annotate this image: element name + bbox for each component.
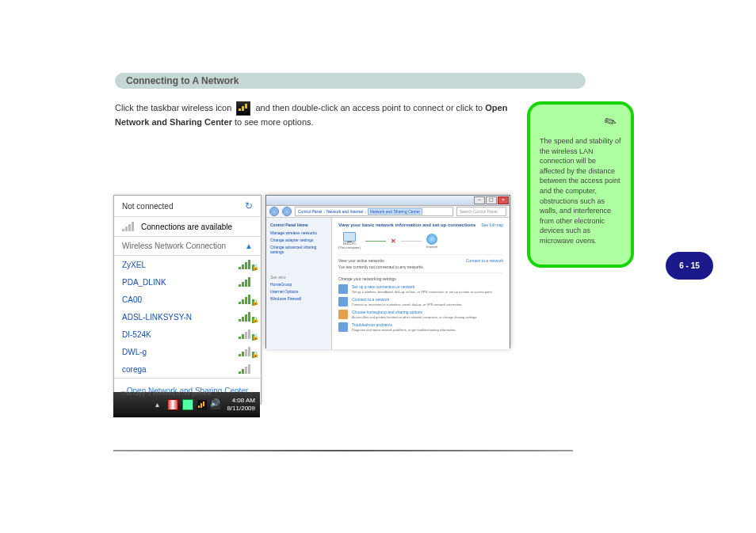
tray-overflow-icon[interactable]: ▴	[155, 400, 163, 409]
network-name: CA00	[122, 295, 142, 304]
network-name: corega	[122, 365, 147, 374]
task-desc: Diagnose and repair network problems, or…	[352, 328, 456, 332]
intro-t3: to see more options.	[235, 117, 314, 127]
network-item-CA00[interactable]: CA00🔒	[114, 291, 261, 308]
task-icon	[338, 310, 348, 319]
intro-t1: Click the taskbar wireless icon	[115, 103, 234, 112]
sidebar-link-1[interactable]: Change adapter settings	[270, 238, 327, 242]
network-map: B101-PC (This computer) ✕ Internet	[338, 232, 503, 249]
pen-icon: ✎	[601, 111, 621, 134]
breadcrumb[interactable]: Control Panel› Network and Internet› Net…	[295, 207, 453, 216]
clock-time: 4:08 AM	[227, 397, 255, 405]
page-number-badge: 6 - 15	[666, 252, 713, 280]
close-button[interactable]: ×	[498, 196, 509, 204]
crumb-0[interactable]: Control Panel	[298, 209, 322, 214]
signal-strength-icon: 🔒	[239, 329, 253, 339]
wireless-section-title: Wireless Network Connection	[122, 242, 226, 250]
task-title-link[interactable]: Connect to a network	[352, 297, 462, 302]
window-main: View your basic network information and …	[332, 218, 510, 349]
network-item-ADSL-LINKSYSY-N[interactable]: ADSL-LINKSYSY-N🔒	[114, 308, 261, 326]
wireless-tray-icon	[236, 101, 250, 116]
network-flyout: Not connected ↻ Connections are availabl…	[113, 195, 262, 404]
taskbar: This copy of Windows is not genuine ▴ 4:…	[113, 392, 260, 417]
task-desc: Connect or reconnect to a wireless, wire…	[352, 303, 462, 306]
sidebar-header: Control Panel Home	[270, 223, 327, 227]
sidebar-link-0[interactable]: Manage wireless networks	[270, 230, 327, 235]
watermark-text: This copy of Windows is not genuine	[121, 390, 212, 396]
intro-t2: and then double-click an access point to…	[255, 103, 485, 112]
seealso-link-1[interactable]: Internet Options	[270, 289, 327, 294]
section-header: Connecting to A Network	[115, 73, 586, 89]
connections-available-label: Connections are available	[141, 223, 232, 231]
refresh-icon[interactable]: ↻	[245, 200, 253, 211]
globe-icon	[426, 234, 437, 245]
network-name: ADSL-LINKSYSY-N	[122, 313, 192, 322]
not-connected-label: Not connected	[122, 202, 174, 211]
nav-back-button[interactable]: ‹	[269, 207, 279, 216]
see-full-map-link[interactable]: See full map	[481, 223, 503, 227]
task-title-link[interactable]: Troubleshoot problems	[352, 322, 456, 327]
network-item-ZyXEL[interactable]: ZyXEL🔒	[114, 256, 261, 273]
seealso-link-2[interactable]: Windows Firewall	[270, 296, 327, 301]
note-text: The speed and stability of the wireless …	[540, 136, 623, 246]
active-net-header: View your active networks	[338, 258, 424, 263]
collapse-icon[interactable]: ▲	[245, 242, 253, 250]
see-also-label: See also	[270, 275, 327, 280]
map-line	[365, 241, 386, 242]
sidebar-link-2[interactable]: Change advanced sharing settings	[270, 245, 327, 254]
network-name: ZyXEL	[122, 261, 146, 269]
network-item-DI-524K[interactable]: DI-524K🔒	[114, 326, 261, 343]
task-item: Choose homegroup and sharing optionsAcce…	[338, 310, 503, 319]
action-center-icon[interactable]	[167, 399, 178, 410]
signal-strength-icon: 🔒	[239, 312, 253, 322]
signal-strength-icon: 🔒	[239, 347, 253, 356]
taskbar-clock[interactable]: 4:08 AM 8/11/2009	[227, 397, 255, 412]
search-input[interactable]: Search Control Panel	[456, 207, 506, 216]
task-item: Troubleshoot problemsDiagnose and repair…	[338, 322, 503, 332]
clock-date: 8/11/2009	[227, 405, 255, 413]
active-net-msg: You are currently not connected to any n…	[338, 265, 424, 269]
network-item-corega[interactable]: corega	[114, 360, 261, 378]
task-desc: Access files and printers located on oth…	[352, 315, 477, 319]
battery-icon[interactable]	[182, 399, 193, 410]
network-name: DWL-g	[122, 348, 147, 356]
node1-sub: (This computer)	[338, 246, 361, 249]
task-item: Connect to a networkConnect or reconnect…	[338, 297, 503, 306]
address-bar: ‹ › Control Panel› Network and Internet›…	[266, 206, 510, 218]
task-title-link[interactable]: Choose homegroup and sharing options	[352, 310, 477, 314]
minimize-button[interactable]: –	[474, 196, 485, 204]
network-item-PDA_DLINK[interactable]: PDA_DLINK	[114, 273, 261, 291]
window-titlebar: – ▢ ×	[266, 196, 510, 206]
seealso-link-0[interactable]: HomeGroup	[270, 282, 327, 287]
network-name: PDA_DLINK	[122, 278, 166, 287]
connect-to-network-link[interactable]: Connect to a network	[466, 258, 503, 269]
main-header: View your basic network information and …	[338, 223, 503, 227]
signal-icon	[122, 222, 136, 231]
search-placeholder: Search Control Panel	[460, 209, 498, 214]
window-sidebar: Control Panel Home Manage wireless netwo…	[266, 218, 332, 349]
intro-paragraph: Click the taskbar wireless icon and then…	[115, 101, 511, 130]
network-icon[interactable]	[197, 400, 207, 409]
signal-strength-icon: 🔒	[239, 260, 253, 269]
nav-fwd-button[interactable]: ›	[282, 207, 292, 216]
task-icon	[338, 322, 348, 332]
task-desc: Set up a wireless, broadband, dial-up, a…	[352, 290, 493, 294]
note-box: ✎ The speed and stability of the wireles…	[527, 101, 634, 268]
maximize-button[interactable]: ▢	[486, 196, 497, 204]
signal-strength-icon: 🔒	[239, 295, 253, 304]
network-item-DWL-g[interactable]: DWL-g🔒	[114, 343, 261, 360]
crumb-1[interactable]: Network and Internet	[326, 209, 363, 214]
task-icon	[338, 297, 348, 306]
task-title-link[interactable]: Set up a new connection or network	[352, 284, 493, 289]
computer-icon	[343, 232, 356, 242]
footer-divider	[113, 450, 573, 451]
change-settings-header: Change your networking settings	[338, 276, 503, 281]
volume-icon[interactable]	[211, 400, 220, 409]
map-line-2	[401, 241, 422, 242]
node2-label: Internet	[426, 245, 437, 249]
network-name: DI-524K	[122, 330, 151, 339]
signal-strength-icon	[239, 277, 253, 287]
crumb-2[interactable]: Network and Sharing Center	[368, 208, 422, 215]
signal-strength-icon	[239, 364, 253, 374]
network-sharing-center-window: – ▢ × ‹ › Control Panel› Network and Int…	[265, 195, 510, 348]
